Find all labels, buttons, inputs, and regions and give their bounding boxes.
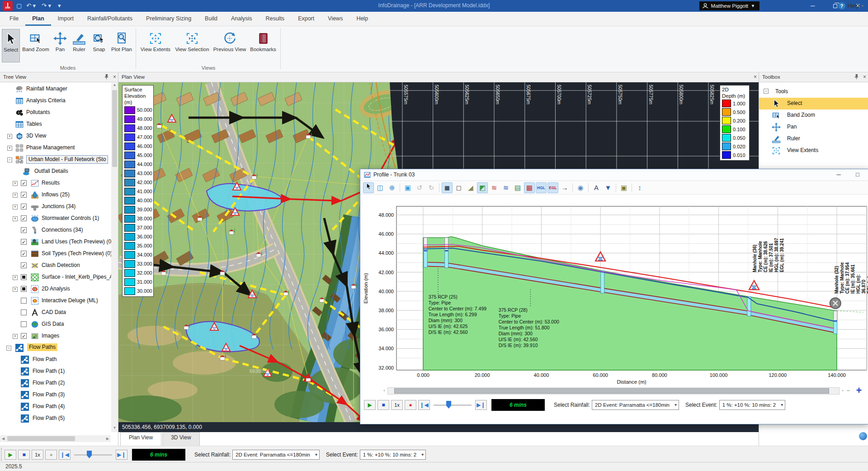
pin-icon[interactable] bbox=[104, 74, 109, 80]
menu-item-file[interactable]: File bbox=[3, 12, 25, 26]
tree-item-results[interactable]: +✓Results bbox=[0, 177, 111, 189]
toolbox-group-tools[interactable]: − Tools bbox=[759, 86, 868, 97]
skip-start-button[interactable]: ❙◀ bbox=[418, 400, 430, 410]
rotate-ccw-icon[interactable]: ↺ bbox=[414, 182, 425, 193]
surface-toggle-icon[interactable]: ▦ bbox=[524, 182, 535, 193]
egl-toggle-icon[interactable]: EGL bbox=[547, 182, 558, 193]
skip-end-button[interactable]: ▶❙ bbox=[116, 450, 127, 460]
tree-item-flow-path-3-[interactable]: Flow Path (3) bbox=[0, 389, 111, 401]
wireframe-view-icon[interactable]: ◻ bbox=[453, 182, 464, 193]
tree-item-cad-data[interactable]: CAD Data bbox=[0, 307, 111, 319]
ribbon-select-button[interactable]: Select bbox=[2, 29, 20, 62]
checkbox[interactable] bbox=[21, 321, 27, 327]
checkbox[interactable]: ✓ bbox=[21, 333, 27, 339]
tree-item-soil-types-tech-preview-0-[interactable]: ✓Soil Types (Tech Preview) (0) bbox=[0, 248, 111, 260]
expand-icon[interactable]: + bbox=[13, 216, 18, 221]
menu-item-help[interactable]: Help bbox=[349, 12, 375, 26]
user-account-button[interactable]: Matthew Piggott ▼ bbox=[699, 1, 760, 10]
scroll-down-icon[interactable]: ▼ bbox=[111, 426, 118, 432]
checkbox[interactable] bbox=[21, 309, 27, 315]
tree-item-flow-path-1-[interactable]: Flow Path (1) bbox=[0, 366, 111, 377]
expand-icon[interactable]: + bbox=[13, 181, 18, 186]
skip-start-button[interactable]: ❙◀ bbox=[59, 450, 71, 460]
rainfall-dropdown[interactable]: 2D Event: Parramatta <=180min▾ bbox=[592, 400, 679, 410]
scroll-left-icon[interactable]: ◀ bbox=[0, 435, 6, 442]
checkbox[interactable]: ✓ bbox=[21, 180, 27, 186]
tree-item-inflows-25-[interactable]: +✓Inflows (25) bbox=[0, 189, 111, 201]
time-slider[interactable] bbox=[434, 400, 472, 409]
toolbox-item-band-zoom[interactable]: Band Zoom bbox=[759, 109, 868, 121]
scroll-up-icon[interactable]: ▲ bbox=[111, 83, 118, 89]
speed-button[interactable]: 1x bbox=[391, 400, 403, 410]
tree-item-flow-path-2-[interactable]: Flow Path (2) bbox=[0, 377, 111, 389]
stop-button[interactable]: ■ bbox=[377, 400, 389, 410]
save-image-icon[interactable]: ▣ bbox=[618, 182, 629, 193]
zoom-in-icon[interactable]: + bbox=[854, 385, 864, 395]
tree-item-stormwater-controls-1-[interactable]: +✓Stormwater Controls (1) bbox=[0, 213, 111, 224]
checkbox[interactable]: ✓ bbox=[21, 204, 27, 209]
tree-item-flow-paths[interactable]: −Flow Paths bbox=[0, 342, 111, 354]
zoom-out-icon[interactable]: − bbox=[845, 389, 851, 393]
menu-item-build[interactable]: Build bbox=[198, 12, 224, 26]
expand-icon[interactable]: + bbox=[13, 193, 18, 198]
tree-item-rainfall-manager[interactable]: Rainfall Manager bbox=[0, 83, 111, 95]
hscroll-left-icon[interactable]: ‹ bbox=[381, 387, 387, 395]
data-table-icon[interactable]: ▤ bbox=[512, 182, 523, 193]
expand-icon[interactable]: + bbox=[7, 146, 12, 151]
event-dropdown[interactable]: 1 %: +10 %: 10 mins: 2▾ bbox=[360, 450, 426, 460]
record-button[interactable]: ● bbox=[45, 450, 57, 460]
profile-maximize-button[interactable]: □ bbox=[849, 169, 867, 181]
record-button[interactable]: ● bbox=[405, 400, 416, 410]
collapse-icon[interactable]: − bbox=[6, 346, 11, 351]
tree-item-pollutants[interactable]: 3Pollutants bbox=[0, 107, 111, 119]
speed-button[interactable]: 1x bbox=[32, 450, 43, 460]
event-dropdown[interactable]: 1 %: +10 %: 10 mins: 2▾ bbox=[719, 400, 786, 410]
pan-tool-icon[interactable]: ⊕ bbox=[387, 182, 397, 193]
play-button[interactable]: ▶ bbox=[5, 450, 16, 460]
ribbon-view-selection-button[interactable]: View Selection bbox=[174, 29, 211, 62]
skip-end-button[interactable]: ▶❙ bbox=[475, 400, 487, 410]
help-sphere-icon[interactable] bbox=[859, 432, 867, 440]
checkbox[interactable]: ✓ bbox=[21, 239, 27, 245]
ribbon-plot-plan-button[interactable]: Plot Plan bbox=[109, 29, 134, 62]
menu-item-results[interactable]: Results bbox=[259, 12, 291, 26]
checkbox[interactable]: ✓ bbox=[21, 262, 27, 268]
ann-labels-icon[interactable]: A bbox=[591, 182, 602, 193]
expand-icon[interactable]: + bbox=[13, 334, 18, 339]
tree-item-flow-path-5-[interactable]: Flow Path (5) bbox=[0, 413, 111, 424]
pipe-run-downstream-icon[interactable]: ≋ bbox=[500, 182, 511, 193]
menu-item-plan[interactable]: Plan bbox=[25, 12, 51, 26]
toolbox-item-view-extents[interactable]: View Extents bbox=[759, 145, 868, 157]
flip-section-icon[interactable]: ◩ bbox=[477, 182, 488, 193]
expand-icon[interactable]: + bbox=[13, 287, 18, 292]
menu-item-import[interactable]: Import bbox=[51, 12, 80, 26]
pipe-run-upstream-icon[interactable]: ≋ bbox=[489, 182, 500, 193]
ribbon-view-extents-button[interactable]: View Extents bbox=[138, 29, 173, 62]
tree-vscrollbar[interactable]: ▲ ▼ bbox=[111, 83, 118, 432]
toolbox-item-select[interactable]: Select bbox=[759, 98, 868, 109]
checkbox[interactable]: ✓ bbox=[21, 227, 27, 233]
menu-item-preliminary-sizing[interactable]: Preliminary Sizing bbox=[139, 12, 198, 26]
select-tool-icon[interactable] bbox=[363, 182, 374, 193]
tree-item-junctions-34-[interactable]: +✓Junctions (34) bbox=[0, 201, 111, 213]
manhole[interactable] bbox=[601, 271, 604, 293]
menu-item-analysis[interactable]: Analysis bbox=[224, 12, 259, 26]
tree-hscrollbar[interactable]: ◀ ▶ bbox=[0, 435, 111, 442]
tab-3d-view[interactable]: 3D View bbox=[162, 432, 199, 446]
play-button[interactable]: ▶ bbox=[364, 400, 376, 410]
ribbon-bookmarks-button[interactable]: Bookmarks bbox=[249, 29, 278, 62]
profile-chart[interactable]: 32.00034.00036.00038.00040.00042.00044.0… bbox=[360, 195, 868, 386]
collapse-icon[interactable]: − bbox=[7, 157, 12, 162]
tree-item-images[interactable]: +✓Images bbox=[0, 330, 111, 342]
ribbon-snap-button[interactable]: Snap bbox=[90, 29, 108, 62]
solid-view-icon[interactable]: ◼ bbox=[442, 182, 453, 193]
tree-item-urban-model-full-network-sto[interactable]: −Urban Model - Full Network (Sto bbox=[0, 154, 111, 166]
close-icon[interactable]: × bbox=[754, 74, 757, 81]
export-profile-icon[interactable]: → bbox=[559, 182, 570, 193]
ground-slope-icon[interactable]: ◢ bbox=[465, 182, 476, 193]
expand-icon[interactable]: + bbox=[13, 275, 18, 280]
checkbox[interactable]: ✓ bbox=[21, 251, 27, 257]
expand-icon[interactable]: + bbox=[13, 205, 18, 209]
pin-icon[interactable] bbox=[854, 74, 859, 80]
view-extents-tool-icon[interactable]: ▣ bbox=[402, 182, 413, 193]
